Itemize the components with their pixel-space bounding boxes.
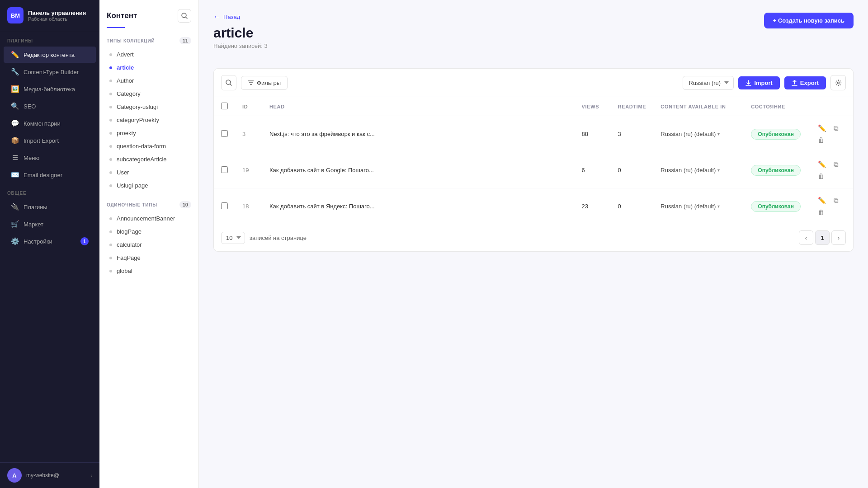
tree-item-announcementbanner[interactable]: AnnouncementBanner (99, 212, 198, 225)
tree-item-question-data-form[interactable]: question-data-form (99, 140, 198, 153)
select-all-checkbox[interactable] (221, 103, 228, 109)
export-label: Export (800, 80, 819, 86)
create-record-button[interactable]: + Создать новую запись (764, 13, 854, 28)
tree-item-user[interactable]: User (99, 166, 198, 179)
row-locale-dropdown[interactable]: Russian (ru) (default) ▾ (660, 131, 736, 137)
tree-item-article[interactable]: article (99, 61, 198, 74)
tree-item-faqpage[interactable]: FaqPage (99, 251, 198, 264)
prev-page-button[interactable]: ‹ (799, 230, 813, 245)
tree-item-label: Category-uslugi (117, 103, 158, 110)
tree-item-category-uslugi[interactable]: Category-uslugi (99, 100, 198, 113)
status-badge: Опубликован (751, 165, 801, 176)
col-header-actions (808, 97, 853, 116)
sidebar-item-seo[interactable]: 🔍 SEO (4, 98, 96, 114)
tree-dot (109, 119, 112, 122)
edit-button[interactable]: ✏️ (815, 195, 829, 206)
row-readtime: 0 (611, 152, 654, 188)
svg-line-3 (230, 84, 231, 85)
sidebar-user[interactable]: A my-website@ ‹ (0, 462, 99, 488)
delete-button[interactable]: 🗑 (815, 134, 827, 145)
logo-title: Панель управления (28, 9, 86, 16)
builder-icon: 🔧 (11, 68, 19, 76)
import-button[interactable]: Import (738, 76, 779, 89)
duplicate-button[interactable]: ⧉ (831, 195, 841, 206)
tree-item-label: proekty (117, 130, 136, 136)
sidebar-item-content-editor[interactable]: ✏️ Редактор контента (4, 47, 96, 63)
row-checkbox[interactable] (221, 202, 228, 209)
chevron-left-icon: ‹ (90, 473, 92, 478)
delete-button[interactable]: 🗑 (815, 170, 827, 182)
back-button[interactable]: ← Назад (213, 13, 268, 21)
content-search-button[interactable] (178, 9, 191, 23)
row-checkbox[interactable] (221, 130, 228, 137)
table-search-button[interactable] (221, 75, 236, 90)
sidebar-item-market[interactable]: 🛒 Маркет (4, 216, 96, 232)
col-header-id: ID (235, 97, 262, 116)
edit-button[interactable]: ✏️ (815, 122, 829, 134)
tree-item-advert[interactable]: Advert (99, 48, 198, 61)
row-views: 23 (575, 188, 611, 225)
table-settings-button[interactable] (830, 75, 846, 90)
status-badge: Опубликован (751, 129, 801, 140)
sidebar-item-email-designer[interactable]: ✉️ Email designer (4, 167, 96, 183)
tree-item-global[interactable]: global (99, 264, 198, 277)
duplicate-button[interactable]: ⧉ (831, 159, 841, 170)
chevron-down-icon: ▾ (717, 131, 720, 136)
tree-dot (109, 106, 112, 108)
page-number-button[interactable]: 1 (815, 230, 830, 245)
row-head: Next.js: что это за фреймворк и как с... (262, 116, 575, 152)
sidebar-item-menu[interactable]: ☰ Меню (4, 150, 96, 166)
comments-icon: 💬 (11, 119, 19, 127)
sidebar-item-content-type-builder[interactable]: 🔧 Content-Type Builder (4, 64, 96, 80)
tree-item-categoryproekty[interactable]: categoryProekty (99, 113, 198, 127)
export-button[interactable]: Export (784, 76, 826, 89)
sidebar-item-settings[interactable]: ⚙️ Настройки 1 (4, 233, 96, 249)
tree-item-uslugi-page[interactable]: Uslugi-page (99, 179, 198, 192)
row-locale-dropdown[interactable]: Russian (ru) (default) ▾ (660, 203, 736, 210)
col-header-locale: CONTENT AVAILABLE IN (653, 97, 744, 116)
tree-dot (109, 257, 112, 259)
import-export-icon: 📦 (11, 136, 19, 145)
filter-icon (248, 80, 254, 86)
general-section-label: ОБЩЕЕ (0, 183, 99, 198)
tree-item-proekty[interactable]: proekty (99, 127, 198, 140)
sidebar-item-import-export[interactable]: 📦 Import Export (4, 132, 96, 149)
table-row: 18 Как добавить сайт в Яндекс: Пошаго...… (214, 188, 853, 225)
sidebar-item-label: Медиа-библиотека (24, 86, 89, 93)
table-card: Фильтры Russian (ru) English (en) Import (213, 68, 854, 252)
tree-dot (109, 184, 112, 187)
records-found: Найдено записей: 3 (213, 42, 268, 49)
user-avatar: A (7, 468, 22, 483)
edit-button[interactable]: ✏️ (815, 159, 829, 170)
tree-item-calculator[interactable]: calculator (99, 238, 198, 251)
media-icon: 🖼️ (11, 85, 19, 93)
main-content: ← Назад article Найдено записей: 3 + Соз… (199, 0, 868, 488)
duplicate-button[interactable]: ⧉ (831, 122, 841, 134)
table-toolbar: Фильтры Russian (ru) English (en) Import (214, 69, 853, 97)
locale-select[interactable]: Russian (ru) English (en) (683, 76, 734, 90)
tree-item-category[interactable]: Category (99, 87, 198, 100)
tree-item-blogpage[interactable]: blogPage (99, 225, 198, 238)
search-icon (226, 80, 232, 86)
row-views: 88 (575, 116, 611, 152)
tree-item-label: Advert (117, 51, 134, 58)
sidebar-item-media-library[interactable]: 🖼️ Медиа-библиотека (4, 81, 96, 97)
tree-item-author[interactable]: Author (99, 74, 198, 87)
sidebar-item-comments[interactable]: 💬 Комментарии (4, 115, 96, 131)
content-panel: Контент ТИПЫ КОЛЛЕКЦИЙ 11 Advert article… (99, 0, 199, 488)
pagination: ‹ 1 › (799, 230, 846, 245)
sidebar-item-label: Маркет (24, 221, 89, 228)
tree-dot (109, 80, 112, 82)
tree-item-subcategoriearticle[interactable]: subcategorieArticle (99, 153, 198, 166)
sidebar-item-plugins[interactable]: 🔌 Плагины (4, 199, 96, 215)
filter-button[interactable]: Фильтры (241, 76, 288, 90)
seo-icon: 🔍 (11, 102, 19, 110)
row-checkbox[interactable] (221, 166, 228, 173)
tree-item-label: subcategorieArticle (117, 156, 167, 163)
tree-item-label: User (117, 169, 129, 176)
delete-button[interactable]: 🗑 (815, 206, 827, 218)
next-page-button[interactable]: › (831, 230, 846, 245)
row-locale-dropdown[interactable]: Russian (ru) (default) ▾ (660, 167, 736, 174)
per-page-select[interactable]: 10 25 50 (221, 232, 245, 244)
collection-types-count: 11 (179, 37, 191, 44)
